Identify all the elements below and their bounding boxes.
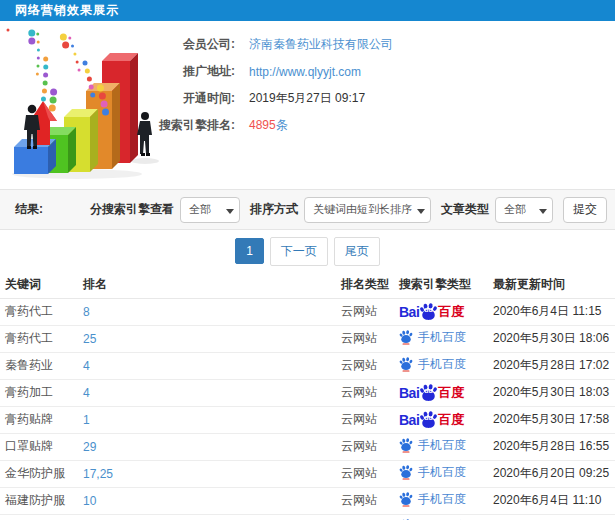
rank-link[interactable]: 17,25 — [83, 467, 113, 481]
update-time-cell: 2020年6月4日 11:10 — [493, 493, 602, 507]
sort-select[interactable]: 关键词由短到长排序 — [304, 197, 431, 223]
keyword-cell: 膏药贴牌 — [5, 412, 53, 426]
keyword-cell: 福建防护服 — [5, 493, 65, 507]
baidu-logo-text: Bai — [399, 412, 419, 428]
baidu-logo-text: Bai — [399, 385, 419, 401]
baidu-logo-text: Bai — [399, 304, 419, 320]
rank-link[interactable]: 10 — [83, 494, 96, 508]
title-bar: 网络营销效果展示 — [0, 0, 615, 21]
filter-bar: 结果: 分搜索引擎查看 全部 排序方式 关键词由短到长排序 文章类型 全部 提交 — [0, 189, 615, 230]
update-time-cell: 2020年5月30日 17:58 — [493, 412, 609, 426]
rank-type-cell: 云网站 — [341, 439, 377, 453]
sort-value: 关键词由短到长排序 — [313, 202, 412, 217]
table-header-row: 关键词 排名 排名类型 搜索引擎类型 最新更新时间 — [0, 272, 615, 298]
keyword-cell: 膏药加工 — [5, 385, 53, 399]
caret-down-icon — [539, 209, 547, 214]
businessman-figure-right — [137, 112, 152, 156]
baidu-mobile-label: 手机百度 — [418, 464, 466, 481]
engine-rank-value: 4895条 — [249, 117, 288, 134]
keyword-table: 关键词 排名 排名类型 搜索引擎类型 最新更新时间 膏药代工8云网站Baidu百… — [0, 272, 615, 520]
rank-link[interactable]: 4 — [83, 359, 90, 373]
table-row: 金华防护服17,25云网站手机百度2020年6月20日 09:25 — [0, 460, 615, 487]
baidu-mobile-label: 手机百度 — [418, 329, 466, 346]
baidu-mobile-badge[interactable]: 手机百度 — [399, 491, 466, 508]
keyword-cell: 膏药代工 — [5, 331, 53, 345]
baidu-paw-icon — [399, 356, 413, 372]
baidu-pc-logo[interactable]: Baidu百度 — [399, 410, 464, 430]
engine-view-label: 分搜索引擎查看 — [90, 201, 174, 218]
article-type-value: 全部 — [504, 202, 526, 217]
baidu-pc-logo[interactable]: Baidu百度 — [399, 383, 464, 403]
pagination: 1 下一页 尾页 — [0, 230, 615, 272]
site-link[interactable]: http://www.qlyyjt.com — [249, 65, 361, 79]
open-time-value: 2019年5月27日 09:17 — [249, 90, 365, 107]
col-header-rank: 排名 — [83, 272, 336, 298]
update-time-cell: 2020年6月20日 09:25 — [493, 466, 609, 480]
table-row: 秦鲁药业4云网站手机百度2020年5月28日 17:02 — [0, 352, 615, 379]
member-info-section: 会员公司: 济南秦鲁药业科技有限公司 推广地址: http://www.qlyy… — [0, 21, 615, 189]
table-row: 口罩贴牌29云网站手机百度2020年5月28日 16:55 — [0, 433, 615, 460]
baidu-mobile-label: 手机百度 — [418, 437, 466, 454]
update-time-cell: 2020年5月30日 18:03 — [493, 385, 609, 399]
baidu-paw-icon — [399, 464, 413, 480]
rank-link[interactable]: 8 — [83, 305, 90, 319]
baidu-mobile-badge[interactable]: 手机百度 — [399, 464, 466, 481]
rank-type-cell: 云网站 — [341, 412, 377, 426]
baidu-logo-cn-text: 百度 — [438, 304, 464, 319]
engine-view-value: 全部 — [189, 202, 211, 217]
update-time-cell: 2020年5月30日 18:06 — [493, 331, 609, 345]
baidu-mobile-label: 手机百度 — [418, 356, 466, 373]
page-title: 网络营销效果展示 — [15, 3, 119, 17]
update-time-cell: 2020年5月28日 16:55 — [493, 439, 609, 453]
growth-bar-chart-illustration — [2, 27, 177, 179]
results-label: 结果: — [15, 201, 43, 218]
baidu-paw-icon: du — [419, 383, 438, 403]
rank-link[interactable]: 4 — [83, 386, 90, 400]
last-page-button[interactable]: 尾页 — [334, 237, 380, 266]
rank-type-cell: 云网站 — [341, 493, 377, 507]
col-header-engine: 搜索引擎类型 — [391, 272, 488, 298]
sort-label: 排序方式 — [250, 201, 298, 218]
engine-view-select[interactable]: 全部 — [180, 197, 240, 223]
baidu-paw-icon — [399, 329, 413, 345]
baidu-mobile-badge[interactable]: 手机百度 — [399, 356, 466, 373]
rank-link[interactable]: 29 — [83, 440, 96, 454]
keyword-cell: 秦鲁药业 — [5, 358, 53, 372]
keyword-cell: 金华防护服 — [5, 466, 65, 480]
article-type-select[interactable]: 全部 — [495, 197, 553, 223]
rank-type-cell: 云网站 — [341, 466, 377, 480]
table-row: 福建防护服10云网站手机百度2020年6月4日 11:10 — [0, 487, 615, 514]
baidu-logo-cn-text: 百度 — [438, 412, 464, 427]
baidu-mobile-label: 手机百度 — [418, 491, 466, 508]
table-row: 膏药加工4云网站Baidu百度2020年5月30日 18:03 — [0, 379, 615, 406]
keyword-cell: 膏药代工 — [5, 304, 53, 318]
caret-down-icon — [417, 209, 425, 214]
company-link[interactable]: 济南秦鲁药业科技有限公司 — [249, 36, 393, 53]
col-header-updated: 最新更新时间 — [488, 272, 615, 298]
update-time-cell: 2020年5月28日 17:02 — [493, 358, 609, 372]
table-row: 膏药代工25云网站手机百度2020年5月30日 18:06 — [0, 325, 615, 352]
page-1-button[interactable]: 1 — [235, 238, 264, 264]
rank-count: 4895 — [249, 118, 276, 132]
col-header-rank-type: 排名类型 — [336, 272, 391, 298]
col-header-keyword: 关键词 — [0, 272, 83, 298]
table-row: 膏药代工8云网站Baidu百度2020年6月4日 11:15 — [0, 298, 615, 325]
submit-button[interactable]: 提交 — [563, 197, 607, 223]
baidu-paw-icon — [399, 491, 413, 507]
article-type-label: 文章类型 — [441, 201, 489, 218]
baidu-mobile-badge[interactable]: 手机百度 — [399, 329, 466, 346]
table-row: 手机百度 — [0, 514, 615, 520]
caret-down-icon — [226, 209, 234, 214]
baidu-mobile-badge[interactable]: 手机百度 — [399, 437, 466, 454]
baidu-pc-logo[interactable]: Baidu百度 — [399, 302, 464, 322]
next-page-button[interactable]: 下一页 — [270, 237, 328, 266]
rank-type-cell: 云网站 — [341, 385, 377, 399]
rank-type-cell: 云网站 — [341, 331, 377, 345]
rank-type-cell: 云网站 — [341, 304, 377, 318]
rank-type-cell: 云网站 — [341, 358, 377, 372]
baidu-logo-cn-text: 百度 — [438, 385, 464, 400]
rank-link[interactable]: 1 — [83, 413, 90, 427]
keyword-cell: 口罩贴牌 — [5, 439, 53, 453]
baidu-paw-icon: du — [419, 302, 438, 322]
rank-link[interactable]: 25 — [83, 332, 96, 346]
